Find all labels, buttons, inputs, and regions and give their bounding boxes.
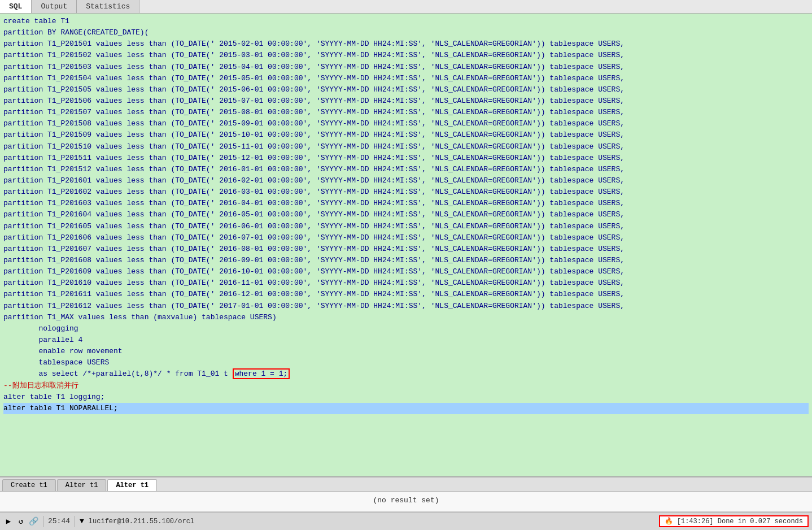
sql-line: partition T1_P201512 values less than (T… — [3, 164, 809, 175]
link-icon: 🔗 — [28, 516, 38, 527]
status-time: 25:44 — [48, 517, 70, 525]
sql-line-nologging: nologging — [3, 323, 809, 334]
sql-line: partition T1_P201612 values less than (T… — [3, 301, 809, 312]
sql-line: partition BY RANGE(CREATED_DATE)( — [3, 27, 809, 38]
sql-line: create table T1 — [3, 16, 809, 27]
run-icon: ▶ — [3, 516, 14, 527]
sql-line: partition T1_P201601 values less than (T… — [3, 175, 809, 186]
bottom-tab-create-t1[interactable]: Create t1 — [2, 479, 56, 491]
sql-line: partition T1_P201502 values less than (T… — [3, 50, 809, 61]
sql-line: partition T1_P201611 values less than (T… — [3, 289, 809, 300]
sql-line: partition T1_P201511 values less than (T… — [3, 153, 809, 164]
sql-line: partition T1_P201606 values less than (T… — [3, 232, 809, 244]
tab-sql[interactable]: SQL — [0, 0, 32, 13]
tab-bar: SQL Output Statistics — [0, 0, 812, 14]
dropdown-arrow-icon: ▼ — [80, 517, 84, 525]
status-connection: lucifer@10.211.55.100/orcl — [89, 518, 654, 525]
sql-line: partition T1_P201603 values less than (T… — [3, 198, 809, 209]
sql-line-tablespace: tablespace USERS — [3, 357, 809, 368]
sql-line-comment: --附加日志和取消并行 — [3, 380, 809, 392]
status-bar: ▶ ↺ 🔗 25:44 ▼ lucifer@10.211.55.100/orcl… — [0, 512, 812, 530]
separator-2 — [75, 516, 75, 527]
sql-line: partition T1_P201509 values less than (T… — [3, 129, 809, 141]
where-highlight: where 1 = 1; — [233, 368, 290, 379]
sql-line: partition T1_P201505 values less than (T… — [3, 84, 809, 95]
no-result-text: (no result set) — [373, 496, 439, 505]
sql-line-enable: enable row movement — [3, 346, 809, 357]
sql-line-alter1: alter table T1 logging; — [3, 392, 809, 403]
sql-line: partition T1_P201608 values less than (T… — [3, 255, 809, 266]
sql-line-max: partition T1_MAX values less than (maxva… — [3, 312, 809, 323]
bottom-tab-alter-t1-2[interactable]: Alter t1 — [107, 479, 157, 491]
sql-line: partition T1_P201504 values less than (T… — [3, 73, 809, 84]
sql-line: partition T1_P201506 values less than (T… — [3, 95, 809, 107]
sql-line: partition T1_P201508 values less than (T… — [3, 118, 809, 129]
sql-line-alter2-selected: alter table T1 NOPARALLEL; — [3, 403, 809, 414]
sql-line: partition T1_P201602 values less than (T… — [3, 186, 809, 198]
sql-line: partition T1_P201507 values less than (T… — [3, 107, 809, 118]
sql-editor[interactable]: create table T1 partition BY RANGE(CREAT… — [0, 14, 812, 476]
execution-icon: 🔥 — [665, 518, 673, 525]
bottom-tab-bar: Create t1 Alter t1 Alter t1 — [0, 476, 812, 492]
sql-line: partition T1_P201607 values less than (T… — [3, 244, 809, 255]
sql-line: partition T1_P201501 values less than (T… — [3, 38, 809, 50]
sql-line: partition T1_P201503 values less than (T… — [3, 62, 809, 73]
sql-line: partition T1_P201604 values less than (T… — [3, 209, 809, 220]
results-area: (no result set) — [0, 492, 812, 512]
status-icons: ▶ ↺ 🔗 — [3, 516, 38, 527]
sql-line-parallel: parallel 4 — [3, 334, 809, 346]
sql-line: partition T1_P201605 values less than (T… — [3, 221, 809, 232]
bottom-tab-alter-t1-1[interactable]: Alter t1 — [57, 479, 107, 491]
sql-line: partition T1_P201610 values less than (T… — [3, 277, 809, 289]
sql-line-as-select: as select /*+parallel(t,8)*/ * from T1_0… — [3, 368, 809, 380]
status-execution: 🔥 [1:43:26] Done in 0.027 seconds — [659, 515, 809, 527]
separator-1 — [43, 516, 43, 527]
sql-line: partition T1_P201510 values less than (T… — [3, 141, 809, 153]
execution-text: [1:43:26] Done in 0.027 seconds — [677, 518, 803, 525]
tab-output[interactable]: Output — [32, 0, 77, 13]
tab-statistics[interactable]: Statistics — [77, 0, 139, 13]
refresh-icon: ↺ — [16, 516, 26, 527]
sql-line: partition T1_P201609 values less than (T… — [3, 266, 809, 277]
